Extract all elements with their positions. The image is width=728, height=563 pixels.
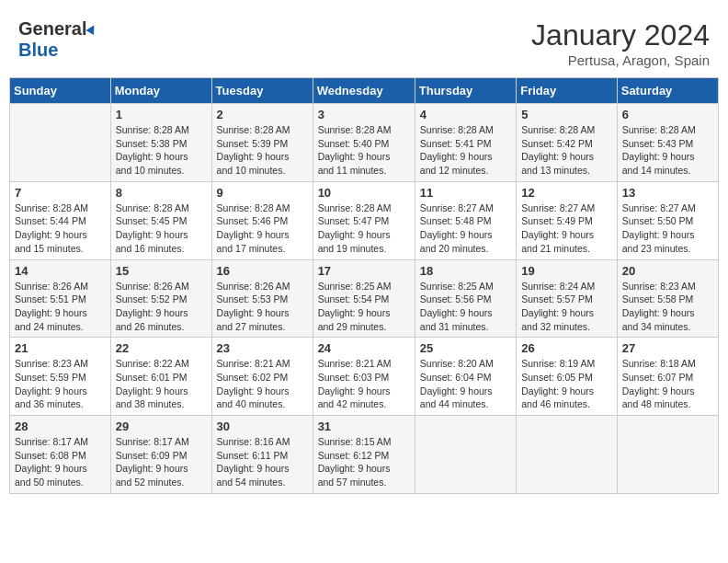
calendar-cell: 24Sunrise: 8:21 AMSunset: 6:03 PMDayligh… xyxy=(313,338,415,416)
day-info-line: Sunset: 6:09 PM xyxy=(116,450,188,461)
column-header-wednesday: Wednesday xyxy=(313,78,415,104)
logo-blue: Blue xyxy=(18,40,58,60)
calendar-cell: 1Sunrise: 8:28 AMSunset: 5:38 PMDaylight… xyxy=(110,104,211,182)
day-info-line: Daylight: 9 hours xyxy=(521,385,594,396)
day-info-line: Sunset: 6:04 PM xyxy=(420,372,492,383)
day-info-line: Daylight: 9 hours xyxy=(116,229,188,240)
day-info-line: Sunrise: 8:26 AM xyxy=(116,281,189,292)
day-info-line: Daylight: 9 hours xyxy=(116,307,188,318)
column-header-friday: Friday xyxy=(517,78,618,104)
day-info-line: Sunrise: 8:24 AM xyxy=(521,281,595,292)
day-info-line: Daylight: 9 hours xyxy=(318,385,391,396)
day-info-line: Sunrise: 8:18 AM xyxy=(622,358,696,369)
day-info-line: Sunset: 5:56 PM xyxy=(420,293,492,304)
day-number: 19 xyxy=(521,264,612,278)
day-info-line: Daylight: 9 hours xyxy=(420,229,493,240)
day-info-line: Sunset: 5:48 PM xyxy=(420,215,492,226)
calendar-cell: 31Sunrise: 8:15 AMSunset: 6:12 PMDayligh… xyxy=(313,416,415,494)
calendar-cell: 8Sunrise: 8:28 AMSunset: 5:45 PMDaylight… xyxy=(110,181,211,259)
calendar-cell: 10Sunrise: 8:28 AMSunset: 5:47 PMDayligh… xyxy=(313,181,415,259)
calendar-table: SundayMondayTuesdayWednesdayThursdayFrid… xyxy=(9,77,719,494)
day-info-line: Daylight: 9 hours xyxy=(420,151,493,162)
day-info-line: Sunrise: 8:21 AM xyxy=(318,358,392,369)
day-number: 28 xyxy=(15,419,106,433)
logo-triangle-icon xyxy=(86,23,98,35)
day-info-line: Sunrise: 8:28 AM xyxy=(521,124,595,135)
day-info-line: Sunrise: 8:23 AM xyxy=(15,358,88,369)
day-info-line: Sunrise: 8:17 AM xyxy=(116,436,189,447)
day-number: 2 xyxy=(217,108,308,121)
day-info: Sunrise: 8:26 AMSunset: 5:53 PMDaylight:… xyxy=(217,280,308,334)
day-info: Sunrise: 8:23 AMSunset: 5:58 PMDaylight:… xyxy=(622,280,713,334)
day-info-line: Sunrise: 8:28 AM xyxy=(217,202,290,213)
calendar-week-1: 1Sunrise: 8:28 AMSunset: 5:38 PMDaylight… xyxy=(10,104,719,182)
day-info-line: Sunset: 6:03 PM xyxy=(318,372,390,383)
day-info-line: and 10 minutes. xyxy=(217,165,286,176)
day-info-line: and 52 minutes. xyxy=(116,477,185,488)
day-info: Sunrise: 8:25 AMSunset: 5:54 PMDaylight:… xyxy=(318,280,410,334)
day-info-line: Sunset: 5:54 PM xyxy=(318,293,390,304)
calendar-cell: 22Sunrise: 8:22 AMSunset: 6:01 PMDayligh… xyxy=(110,338,211,416)
day-info: Sunrise: 8:28 AMSunset: 5:47 PMDaylight:… xyxy=(318,201,410,256)
day-info-line: and 57 minutes. xyxy=(318,477,387,488)
calendar-cell: 30Sunrise: 8:16 AMSunset: 6:11 PMDayligh… xyxy=(211,416,313,494)
day-number: 20 xyxy=(622,264,713,278)
day-info: Sunrise: 8:26 AMSunset: 5:52 PMDaylight:… xyxy=(116,280,207,334)
day-info-line: Daylight: 9 hours xyxy=(15,307,87,318)
day-info: Sunrise: 8:24 AMSunset: 5:57 PMDaylight:… xyxy=(521,280,612,334)
day-info-line: Daylight: 9 hours xyxy=(217,385,290,396)
day-info-line: Daylight: 9 hours xyxy=(217,151,290,162)
day-info-line: and 23 minutes. xyxy=(622,243,691,254)
day-number: 18 xyxy=(420,264,511,278)
day-info-line: Sunset: 5:47 PM xyxy=(318,215,390,226)
day-info: Sunrise: 8:25 AMSunset: 5:56 PMDaylight:… xyxy=(420,280,511,334)
day-info-line: Sunrise: 8:17 AM xyxy=(15,436,88,447)
day-number: 16 xyxy=(217,264,308,278)
day-info-line: Sunrise: 8:28 AM xyxy=(116,124,189,135)
page-header: General Blue January 2024 Pertusa, Arago… xyxy=(9,9,719,73)
day-info-line: and 12 minutes. xyxy=(420,165,489,176)
calendar-cell: 23Sunrise: 8:21 AMSunset: 6:02 PMDayligh… xyxy=(211,338,313,416)
day-number: 30 xyxy=(217,419,308,433)
calendar-cell: 20Sunrise: 8:23 AMSunset: 5:58 PMDayligh… xyxy=(617,259,718,338)
day-info: Sunrise: 8:19 AMSunset: 6:05 PMDaylight:… xyxy=(521,357,612,411)
calendar-cell: 2Sunrise: 8:28 AMSunset: 5:39 PMDaylight… xyxy=(211,104,313,182)
day-number: 24 xyxy=(318,341,410,355)
day-info-line: and 21 minutes. xyxy=(521,243,590,254)
day-info: Sunrise: 8:28 AMSunset: 5:43 PMDaylight:… xyxy=(622,123,713,178)
title-section: January 2024 Pertusa, Aragon, Spain xyxy=(531,18,710,68)
calendar-cell: 17Sunrise: 8:25 AMSunset: 5:54 PMDayligh… xyxy=(313,259,415,338)
day-number: 31 xyxy=(318,419,410,433)
day-number: 17 xyxy=(318,264,410,278)
day-info-line: and 20 minutes. xyxy=(420,243,489,254)
day-info-line: Sunrise: 8:27 AM xyxy=(420,202,494,213)
day-info: Sunrise: 8:17 AMSunset: 6:08 PMDaylight:… xyxy=(15,435,106,489)
logo-general: General xyxy=(18,18,86,40)
day-info-line: and 36 minutes. xyxy=(15,398,84,409)
day-info-line: Daylight: 9 hours xyxy=(622,307,695,318)
day-info-line: Sunset: 6:12 PM xyxy=(318,450,390,461)
day-info-line: Sunrise: 8:28 AM xyxy=(318,124,392,135)
day-info: Sunrise: 8:21 AMSunset: 6:02 PMDaylight:… xyxy=(217,357,308,411)
day-info-line: Sunset: 5:46 PM xyxy=(217,215,289,226)
day-info-line: Daylight: 9 hours xyxy=(217,463,290,474)
day-info-line: Sunrise: 8:19 AM xyxy=(521,358,595,369)
day-info-line: Sunrise: 8:15 AM xyxy=(318,436,392,447)
day-info-line: Daylight: 9 hours xyxy=(318,463,391,474)
day-number: 12 xyxy=(521,186,612,200)
day-number: 15 xyxy=(116,264,207,278)
day-info-line: Sunrise: 8:26 AM xyxy=(217,281,290,292)
day-info-line: and 38 minutes. xyxy=(116,398,185,409)
day-info: Sunrise: 8:27 AMSunset: 5:50 PMDaylight:… xyxy=(622,201,713,256)
day-info-line: and 34 minutes. xyxy=(622,321,691,332)
day-info-line: Sunrise: 8:28 AM xyxy=(622,124,696,135)
day-info-line: and 19 minutes. xyxy=(318,243,387,254)
day-info-line: and 29 minutes. xyxy=(318,321,387,332)
day-info-line: Sunrise: 8:27 AM xyxy=(622,202,696,213)
calendar-cell xyxy=(517,416,618,494)
day-number: 8 xyxy=(116,186,207,200)
day-info-line: and 27 minutes. xyxy=(217,321,286,332)
day-info-line: and 48 minutes. xyxy=(622,398,691,409)
calendar-cell xyxy=(10,104,111,182)
calendar-cell: 16Sunrise: 8:26 AMSunset: 5:53 PMDayligh… xyxy=(211,259,313,338)
